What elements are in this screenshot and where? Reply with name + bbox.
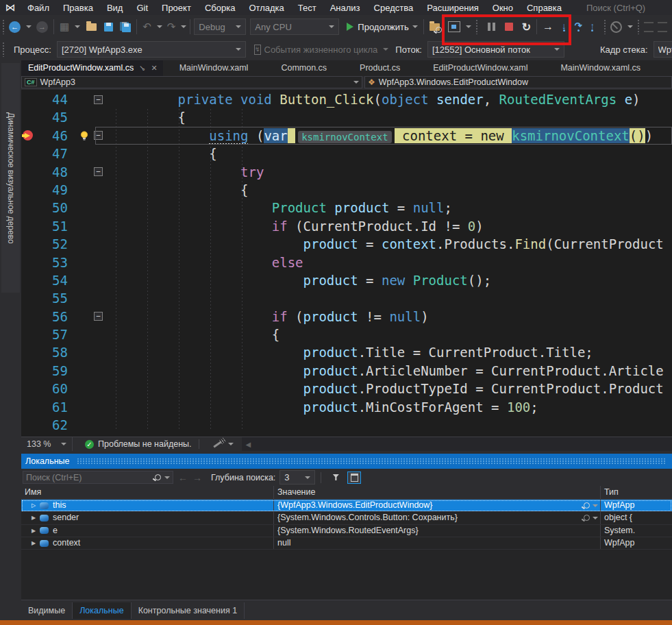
undo-button[interactable]: ↶ [140,19,153,35]
code-area[interactable]: 44− private void Button_Click(object sen… [21,90,672,434]
pin-icon[interactable]: ⊸ [137,62,148,73]
locals-search-input[interactable]: Поиск (Ctrl+E) [23,471,173,484]
toggle-formatting-icon[interactable] [347,471,361,484]
breakpoint-current-statement-icon[interactable] [21,127,36,145]
breakpoint-gutter[interactable] [21,199,36,217]
expand-icon[interactable]: ▶ [29,525,38,537]
tool-window-tab[interactable]: Контрольные значения 1 [132,602,245,619]
expand-icon[interactable]: ▶ [29,537,38,549]
new-project-dropdown[interactable] [75,25,80,28]
quick-search-input[interactable]: Поиск (Ctrl+Q) [586,3,672,13]
collapse-box-icon[interactable]: − [94,95,103,104]
menu-item[interactable]: Правка [56,1,100,14]
breakpoint-gutter[interactable] [21,90,36,108]
column-header-type[interactable]: Тип [601,486,672,499]
step-over-button[interactable]: ↷ [573,19,584,35]
redo-dropdown[interactable] [181,25,186,28]
step-out-button[interactable]: ↑ [588,19,597,35]
collapse-box-icon[interactable]: − [94,131,103,140]
toolbar-grip[interactable] [2,19,5,34]
menu-item[interactable]: Проект [155,1,198,14]
menu-item[interactable]: Файл [21,1,56,14]
navigate-back-button[interactable]: ← [7,19,23,35]
expand-icon[interactable]: ▷ [29,500,38,511]
collapse-box-icon[interactable]: − [94,167,103,176]
menu-item[interactable]: Анализ [323,1,367,14]
navigate-back-dropdown[interactable] [26,25,32,28]
solution-configuration-select[interactable]: Debug [194,19,246,35]
locals-panel-titlebar[interactable]: Локальные [21,454,672,469]
menu-item[interactable]: Средства [367,1,421,14]
project-dropdown[interactable]: C# WpfApp3 [21,76,362,88]
fold-toggle[interactable]: − [94,163,115,181]
redo-button[interactable]: ↷ [165,19,178,35]
search-next-icon[interactable]: → [192,472,202,483]
breakpoint-gutter[interactable] [21,416,36,434]
menu-item[interactable]: Git [129,1,155,14]
breakpoint-gutter[interactable] [21,380,36,397]
save-all-button[interactable] [118,19,133,35]
flag-filter-icon[interactable] [329,472,342,483]
visualizer-magnifier-button[interactable] [584,515,598,521]
menu-item[interactable]: Окно [486,1,520,14]
stack-frame-select[interactable]: WpfApp3.Windows.Ed [654,41,672,58]
variable-row[interactable]: ▶e{System.Windows.RoutedEventArgs}System… [21,525,672,537]
variable-row[interactable]: ▶sender{System.Windows.Controls.Button: … [21,512,672,524]
open-file-button[interactable] [84,19,99,35]
code-editor[interactable]: 44− private void Button_Click(object sen… [21,90,672,437]
restart-button[interactable]: ↻ [520,19,533,35]
document-tab[interactable]: Product.cs [343,60,416,76]
breakpoint-gutter[interactable] [21,398,36,416]
code-cleanup-dropdown[interactable] [228,443,234,445]
search-options-dropdown[interactable] [164,476,170,479]
horizontal-scrollbar[interactable]: ◀ [242,437,672,451]
breakpoint-gutter[interactable] [21,235,36,253]
live-visual-tree-tab[interactable]: Динамическое визуальное дерево [1,63,20,293]
scroll-left-icon[interactable]: ◀ [246,441,251,448]
code-cleanup-icon[interactable] [213,441,221,448]
lifecycle-events-dropdown[interactable] [383,48,388,51]
menu-item[interactable]: Сборка [198,1,242,14]
disable-breakpoints-button[interactable] [608,19,624,35]
lightbulb-icon[interactable] [79,127,94,145]
expand-icon[interactable]: ▶ [29,512,38,524]
document-tab[interactable]: EditProductWindow.xaml [416,60,544,76]
step-into-button[interactable]: ↓ [560,19,569,35]
breakpoint-gutter[interactable] [21,181,36,199]
fold-toggle[interactable]: − [94,308,115,326]
process-select[interactable]: [2720] WpfApp3.exe [57,41,246,58]
breakpoint-gutter[interactable] [21,308,36,326]
breakpoint-gutter[interactable] [21,145,36,162]
thread-select[interactable]: [12552] Основной поток [427,41,564,58]
collapse-box-icon[interactable]: − [94,312,103,321]
navigate-forward-button[interactable]: → [34,19,50,35]
breakpoint-gutter[interactable] [21,326,36,343]
breakpoint-gutter[interactable] [21,362,36,380]
zoom-level-select[interactable]: 133 % [21,437,73,451]
toolbar-overflow-dropdown[interactable] [466,25,471,28]
find-in-files-button[interactable] [427,19,442,35]
undo-dropdown[interactable] [157,25,162,28]
menu-item[interactable]: Расширения [420,1,486,14]
document-tab[interactable]: Common.cs [264,60,343,76]
breakpoint-gutter[interactable] [21,108,36,126]
menu-item[interactable]: Вид [100,1,130,14]
fold-toggle[interactable]: − [94,127,115,145]
solution-explorer-button[interactable] [446,19,462,35]
comment-button[interactable] [642,19,656,35]
breakpoint-gutter[interactable] [21,254,36,271]
document-tab[interactable]: ksmirn [657,60,672,76]
variable-row[interactable]: ▷this{WpfApp3.Windows.EditProductWindow}… [21,500,672,512]
document-tab[interactable]: MainWindow.xaml [163,60,265,76]
document-tab[interactable]: MainWindow.xaml.cs [544,60,657,76]
lifecycle-events-label[interactable]: События жизненного цикла [264,45,378,55]
tool-window-tab[interactable]: Видимые [21,602,73,619]
menu-item[interactable]: Отладка [242,1,290,14]
search-prev-icon[interactable]: ← [178,472,188,483]
column-header-name[interactable]: Имя [21,486,274,499]
show-next-statement-button[interactable]: → [540,19,556,35]
variable-row[interactable]: ▶contextnullWpfApp [21,537,672,550]
menu-item[interactable]: Тест [291,1,323,14]
break-all-button[interactable] [486,19,497,35]
breakpoint-gutter[interactable] [21,289,36,307]
